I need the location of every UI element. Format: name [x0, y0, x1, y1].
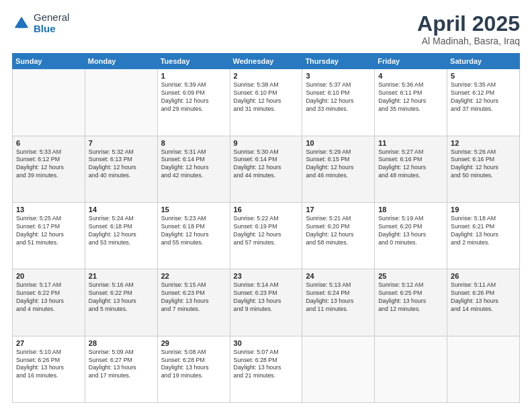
calendar-cell: 1Sunrise: 5:39 AM Sunset: 6:09 PM Daylig… [157, 69, 230, 136]
day-detail: Sunrise: 5:24 AM Sunset: 6:18 PM Dayligh… [89, 215, 154, 247]
day-detail: Sunrise: 5:22 AM Sunset: 6:19 PM Dayligh… [234, 215, 299, 247]
col-header-tuesday: Tuesday [157, 54, 230, 69]
day-detail: Sunrise: 5:31 AM Sunset: 6:14 PM Dayligh… [161, 148, 226, 181]
day-number: 21 [89, 272, 154, 280]
week-row-4: 20Sunrise: 5:17 AM Sunset: 6:22 PM Dayli… [13, 269, 520, 336]
day-number: 9 [234, 139, 299, 147]
day-detail: Sunrise: 5:39 AM Sunset: 6:09 PM Dayligh… [161, 81, 226, 113]
page: General Blue April 2025 Al Madinah, Basr… [0, 0, 532, 411]
calendar-cell: 27Sunrise: 5:10 AM Sunset: 6:26 PM Dayli… [13, 336, 85, 402]
calendar-header: SundayMondayTuesdayWednesdayThursdayFrid… [13, 54, 520, 69]
calendar-cell: 16Sunrise: 5:22 AM Sunset: 6:19 PM Dayli… [230, 202, 302, 269]
day-number: 27 [16, 339, 81, 347]
logo-general-text: General [34, 12, 69, 24]
day-number: 7 [89, 139, 154, 147]
week-row-5: 27Sunrise: 5:10 AM Sunset: 6:26 PM Dayli… [13, 336, 520, 402]
calendar-cell: 29Sunrise: 5:08 AM Sunset: 6:28 PM Dayli… [157, 336, 230, 402]
calendar-cell: 26Sunrise: 5:11 AM Sunset: 6:26 PM Dayli… [447, 269, 520, 336]
col-header-monday: Monday [85, 54, 157, 69]
day-number: 23 [234, 272, 299, 280]
calendar-cell: 17Sunrise: 5:21 AM Sunset: 6:20 PM Dayli… [302, 202, 375, 269]
day-detail: Sunrise: 5:17 AM Sunset: 6:22 PM Dayligh… [16, 281, 81, 314]
day-number: 24 [306, 272, 371, 280]
calendar-cell [447, 336, 520, 402]
calendar-cell: 6Sunrise: 5:33 AM Sunset: 6:12 PM Daylig… [13, 136, 85, 202]
day-detail: Sunrise: 5:36 AM Sunset: 6:11 PM Dayligh… [378, 81, 443, 113]
calendar-cell: 11Sunrise: 5:27 AM Sunset: 6:16 PM Dayli… [375, 136, 447, 202]
calendar-cell: 28Sunrise: 5:09 AM Sunset: 6:27 PM Dayli… [85, 336, 157, 402]
col-header-sunday: Sunday [13, 54, 85, 69]
day-detail: Sunrise: 5:16 AM Sunset: 6:22 PM Dayligh… [89, 281, 154, 314]
day-number: 30 [234, 339, 299, 347]
col-header-saturday: Saturday [447, 54, 520, 69]
day-detail: Sunrise: 5:35 AM Sunset: 6:12 PM Dayligh… [451, 81, 516, 113]
day-number: 11 [378, 139, 443, 147]
day-number: 15 [161, 205, 226, 214]
day-detail: Sunrise: 5:14 AM Sunset: 6:23 PM Dayligh… [234, 281, 299, 314]
day-detail: Sunrise: 5:21 AM Sunset: 6:20 PM Dayligh… [306, 215, 371, 247]
day-number: 4 [378, 72, 443, 80]
svg-rect-2 [18, 25, 24, 28]
week-row-2: 6Sunrise: 5:33 AM Sunset: 6:12 PM Daylig… [13, 136, 520, 202]
day-detail: Sunrise: 5:10 AM Sunset: 6:26 PM Dayligh… [16, 349, 81, 381]
calendar-cell: 14Sunrise: 5:24 AM Sunset: 6:18 PM Dayli… [85, 202, 157, 269]
calendar-table: SundayMondayTuesdayWednesdayThursdayFrid… [12, 53, 520, 403]
day-detail: Sunrise: 5:08 AM Sunset: 6:28 PM Dayligh… [161, 349, 226, 381]
week-row-3: 13Sunrise: 5:25 AM Sunset: 6:17 PM Dayli… [13, 202, 520, 269]
day-number: 25 [378, 272, 443, 280]
day-number: 5 [451, 72, 516, 80]
day-detail: Sunrise: 5:18 AM Sunset: 6:21 PM Dayligh… [451, 215, 516, 247]
calendar-cell: 22Sunrise: 5:15 AM Sunset: 6:23 PM Dayli… [157, 269, 230, 336]
day-detail: Sunrise: 5:11 AM Sunset: 6:26 PM Dayligh… [451, 281, 516, 314]
calendar-cell: 15Sunrise: 5:23 AM Sunset: 6:18 PM Dayli… [157, 202, 230, 269]
day-detail: Sunrise: 5:25 AM Sunset: 6:17 PM Dayligh… [16, 215, 81, 247]
calendar-cell: 24Sunrise: 5:13 AM Sunset: 6:24 PM Dayli… [302, 269, 375, 336]
calendar-cell [375, 336, 447, 402]
day-detail: Sunrise: 5:38 AM Sunset: 6:10 PM Dayligh… [234, 81, 299, 113]
calendar-cell: 4Sunrise: 5:36 AM Sunset: 6:11 PM Daylig… [375, 69, 447, 136]
day-number: 16 [234, 205, 299, 214]
logo-icon [12, 14, 31, 33]
day-detail: Sunrise: 5:15 AM Sunset: 6:23 PM Dayligh… [161, 281, 226, 314]
day-detail: Sunrise: 5:30 AM Sunset: 6:14 PM Dayligh… [234, 148, 299, 181]
calendar-cell: 9Sunrise: 5:30 AM Sunset: 6:14 PM Daylig… [230, 136, 302, 202]
day-number: 6 [16, 139, 81, 147]
day-detail: Sunrise: 5:13 AM Sunset: 6:24 PM Dayligh… [306, 281, 371, 314]
day-detail: Sunrise: 5:23 AM Sunset: 6:18 PM Dayligh… [161, 215, 226, 247]
day-number: 18 [378, 205, 443, 214]
logo-text: General Blue [34, 12, 69, 34]
day-detail: Sunrise: 5:07 AM Sunset: 6:28 PM Dayligh… [234, 349, 299, 381]
calendar-cell: 19Sunrise: 5:18 AM Sunset: 6:21 PM Dayli… [447, 202, 520, 269]
calendar-cell: 2Sunrise: 5:38 AM Sunset: 6:10 PM Daylig… [230, 69, 302, 136]
calendar-cell: 23Sunrise: 5:14 AM Sunset: 6:23 PM Dayli… [230, 269, 302, 336]
day-detail: Sunrise: 5:09 AM Sunset: 6:27 PM Dayligh… [89, 349, 154, 381]
calendar-cell: 30Sunrise: 5:07 AM Sunset: 6:28 PM Dayli… [230, 336, 302, 402]
calendar-cell: 3Sunrise: 5:37 AM Sunset: 6:10 PM Daylig… [302, 69, 375, 136]
day-number: 29 [161, 339, 226, 347]
day-number: 13 [16, 205, 81, 214]
day-number: 8 [161, 139, 226, 147]
day-detail: Sunrise: 5:12 AM Sunset: 6:25 PM Dayligh… [378, 281, 443, 314]
calendar-cell: 18Sunrise: 5:19 AM Sunset: 6:20 PM Dayli… [375, 202, 447, 269]
calendar-cell: 7Sunrise: 5:32 AM Sunset: 6:13 PM Daylig… [85, 136, 157, 202]
day-detail: Sunrise: 5:19 AM Sunset: 6:20 PM Dayligh… [378, 215, 443, 247]
calendar-cell: 12Sunrise: 5:26 AM Sunset: 6:16 PM Dayli… [447, 136, 520, 202]
day-detail: Sunrise: 5:37 AM Sunset: 6:10 PM Dayligh… [306, 81, 371, 113]
day-number: 10 [306, 139, 371, 147]
header: General Blue April 2025 Al Madinah, Basr… [12, 12, 520, 46]
title-block: April 2025 Al Madinah, Basra, Iraq [417, 12, 520, 46]
calendar-subtitle: Al Madinah, Basra, Iraq [417, 36, 520, 46]
calendar-cell: 21Sunrise: 5:16 AM Sunset: 6:22 PM Dayli… [85, 269, 157, 336]
col-header-thursday: Thursday [302, 54, 375, 69]
logo: General Blue [12, 12, 69, 34]
calendar-body: 1Sunrise: 5:39 AM Sunset: 6:09 PM Daylig… [13, 69, 520, 403]
calendar-cell: 25Sunrise: 5:12 AM Sunset: 6:25 PM Dayli… [375, 269, 447, 336]
calendar-title: April 2025 [417, 12, 520, 36]
day-number: 14 [89, 205, 154, 214]
day-detail: Sunrise: 5:33 AM Sunset: 6:12 PM Dayligh… [16, 148, 81, 181]
day-number: 12 [451, 139, 516, 147]
day-number: 26 [451, 272, 516, 280]
day-number: 17 [306, 205, 371, 214]
calendar-cell: 8Sunrise: 5:31 AM Sunset: 6:14 PM Daylig… [157, 136, 230, 202]
header-row: SundayMondayTuesdayWednesdayThursdayFrid… [13, 54, 520, 69]
